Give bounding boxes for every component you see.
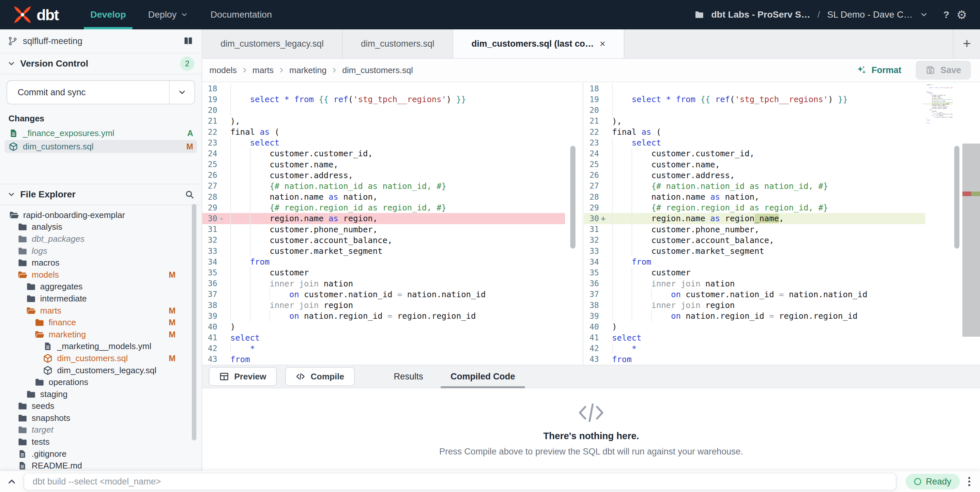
tree-item--marketing-models-yml[interactable]: _marketing__models.yml [0, 341, 202, 353]
nav-item-deploy[interactable]: Deploy [137, 0, 199, 29]
format-button[interactable]: Format [856, 65, 901, 75]
tree-item-tests[interactable]: tests [0, 436, 202, 448]
breadcrumb-item[interactable]: dim_customers.sql [342, 65, 413, 75]
tree-item-marts[interactable]: martsM [0, 305, 202, 317]
change-status-badge: M [186, 142, 193, 151]
minimap[interactable]: 17region as (18 19 select * from {{ ref(… [923, 84, 953, 202]
indent-guide [230, 83, 231, 94]
code-text: customer.phone_number, [608, 224, 925, 235]
file-explorer-header[interactable]: File Explorer [0, 184, 202, 205]
line-number: 42 [584, 344, 599, 353]
indent-guide [250, 224, 251, 235]
commit-options-caret[interactable] [169, 81, 194, 104]
tree-item-dim-customers-sql[interactable]: dim_customers.sqlM [0, 352, 202, 365]
git-branch-row[interactable]: sqlfluff-meeting [0, 29, 202, 54]
diff-overview-ruler[interactable] [963, 82, 980, 365]
chevron-up-icon[interactable] [0, 476, 24, 487]
search-icon[interactable] [185, 189, 194, 199]
chevron-down-icon[interactable] [920, 10, 928, 19]
breadcrumb-item[interactable]: marts [253, 65, 274, 75]
code-token: customer.nation_id [299, 290, 397, 299]
tree-item--gitignore[interactable]: .gitignore [0, 448, 202, 460]
code-token: inner join [651, 301, 700, 310]
code-token: as [710, 214, 720, 223]
changes-label: Changes [0, 108, 202, 126]
version-control-header[interactable]: Version Control 2 [0, 54, 202, 74]
account-name[interactable]: dbt Labs - ProServ S… [711, 10, 810, 20]
right-scrollbar[interactable] [954, 146, 959, 248]
diff-panel-modified[interactable]: 17region as (18 19 select * from {{ ref(… [584, 82, 980, 365]
indent-guide [230, 94, 231, 105]
help-icon[interactable]: ? [943, 9, 949, 20]
preview-button[interactable]: Preview [209, 367, 277, 386]
code-token: nation.nation_id [784, 290, 867, 299]
project-selector[interactable]: SL Demo - Dave C… [827, 10, 912, 20]
tree-item-intermediate[interactable]: intermediate [0, 293, 202, 305]
tree-item-readme-md[interactable]: README.md [0, 460, 202, 471]
tree-item-finance[interactable]: financeM [0, 317, 202, 328]
save-button[interactable]: Save [916, 61, 971, 80]
tree-item-dbt-packages[interactable]: dbt_packages [0, 233, 202, 245]
nav-item-develop[interactable]: Develop [79, 0, 137, 29]
code-token [612, 290, 671, 299]
editor-tab-2[interactable]: dim_customers.sql (last co…× [453, 29, 624, 58]
code-token: as [264, 82, 274, 83]
tab-results[interactable]: Results [384, 365, 433, 388]
file-explorer-title: File Explorer [20, 189, 76, 200]
tree-item-target[interactable]: target [0, 424, 202, 436]
code-text: customer [608, 267, 925, 278]
breadcrumb-item[interactable]: marketing [290, 65, 326, 75]
change-row[interactable]: _finance_exposures.ymlA [5, 127, 197, 140]
tree-item-snapshots[interactable]: snapshots [0, 412, 202, 424]
tree-item-aggregates[interactable]: aggregates [0, 281, 202, 293]
compile-button[interactable]: Compile [285, 367, 355, 386]
docs-book-icon[interactable] [183, 35, 194, 47]
indent-guide [230, 148, 231, 159]
tree-item-staging[interactable]: staging [0, 388, 202, 400]
tree-item-seeds[interactable]: seeds [0, 400, 202, 412]
code-token: customer.market_segment [612, 246, 764, 256]
change-row[interactable]: dim_customers.sqlM [5, 140, 197, 153]
commit-and-sync-button[interactable]: Commit and sync [6, 80, 195, 104]
sidebar: sqlfluff-meeting Version Control 2 Commi… [0, 29, 202, 471]
editor-tab-0[interactable]: dim_customers_legacy.sql [202, 29, 342, 58]
tree-item-operations[interactable]: operations [0, 376, 202, 388]
dbt-logo[interactable]: dbt [13, 5, 58, 25]
code-line: 30- region.name as region, [202, 213, 565, 224]
tree-item-label: _marketing__models.yml [57, 341, 151, 351]
kebab-menu-icon[interactable] [968, 477, 970, 486]
modified-badge: M [169, 318, 175, 327]
tree-item-macros[interactable]: macros [0, 257, 202, 269]
nav-menus: DevelopDeployDocumentation [79, 0, 283, 29]
line-number: 18 [202, 84, 217, 93]
tree-item-logs[interactable]: logs [0, 245, 202, 257]
code-line: 32 customer.account_balance, [584, 235, 925, 246]
diff-panel-original[interactable]: 17region as (18 19 select * from {{ ref(… [202, 82, 583, 365]
code-token: }} [456, 95, 466, 104]
code-text: from [608, 256, 925, 267]
tree-item-marketing[interactable]: marketingM [0, 328, 202, 341]
close-icon[interactable]: × [600, 38, 606, 49]
editor-tab-1[interactable]: dim_customers.sql [342, 29, 453, 58]
code-text: ) [226, 322, 565, 332]
tree-item-dim-customers-legacy-sql[interactable]: dim_customers_legacy.sql [0, 365, 202, 376]
command-input[interactable] [24, 473, 896, 490]
new-tab-button[interactable]: + [953, 29, 980, 58]
tree-item-analysis[interactable]: analysis [0, 221, 202, 233]
nav-item-documentation[interactable]: Documentation [199, 0, 283, 29]
gear-icon[interactable]: ⚙ [956, 8, 967, 22]
tree-item-rapid-onboarding-exemplar[interactable]: rapid-onboarding-exemplar [0, 209, 202, 221]
editor-tab-label: dim_customers_legacy.sql [221, 39, 324, 49]
tab-label: Compiled Code [450, 372, 515, 382]
change-status-badge: A [187, 129, 193, 138]
line-number: 24 [584, 149, 599, 158]
tab-compiled-code[interactable]: Compiled Code [441, 365, 525, 388]
indent-guide [250, 148, 251, 159]
left-scrollbar[interactable] [570, 146, 576, 248]
folder-icon [17, 222, 27, 232]
code-line: 31 customer.phone_number, [584, 224, 925, 235]
code-token: nation.region_id [681, 311, 769, 321]
breadcrumb-item[interactable]: models [210, 65, 237, 75]
file-tree-scrollbar[interactable] [192, 204, 196, 441]
tree-item-models[interactable]: modelsM [0, 269, 202, 281]
